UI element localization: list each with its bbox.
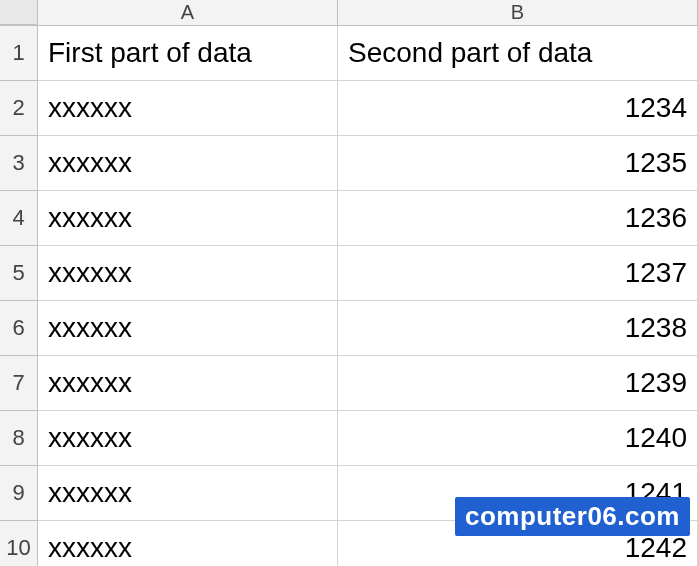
cell-a3[interactable]: xxxxxx bbox=[38, 136, 338, 191]
column-header-a[interactable]: A bbox=[38, 0, 338, 25]
cell-b6[interactable]: 1238 bbox=[338, 301, 698, 356]
column-header-b[interactable]: B bbox=[338, 0, 698, 25]
cell-a8[interactable]: xxxxxx bbox=[38, 411, 338, 466]
row-header[interactable]: 9 bbox=[0, 466, 38, 521]
cell-a1[interactable]: First part of data bbox=[38, 26, 338, 81]
row-header[interactable]: 6 bbox=[0, 301, 38, 356]
table-row: 2 xxxxxx 1234 bbox=[0, 81, 698, 136]
cell-b3[interactable]: 1235 bbox=[338, 136, 698, 191]
cell-b8[interactable]: 1240 bbox=[338, 411, 698, 466]
table-row: 8 xxxxxx 1240 bbox=[0, 411, 698, 466]
cell-b2[interactable]: 1234 bbox=[338, 81, 698, 136]
cell-a10[interactable]: xxxxxx bbox=[38, 521, 338, 566]
row-header[interactable]: 10 bbox=[0, 521, 38, 566]
row-header[interactable]: 4 bbox=[0, 191, 38, 246]
column-header-row: A B bbox=[0, 0, 698, 26]
select-all-corner[interactable] bbox=[0, 0, 38, 25]
table-row: 3 xxxxxx 1235 bbox=[0, 136, 698, 191]
table-row: 5 xxxxxx 1237 bbox=[0, 246, 698, 301]
row-header[interactable]: 2 bbox=[0, 81, 38, 136]
cell-b5[interactable]: 1237 bbox=[338, 246, 698, 301]
row-header[interactable]: 8 bbox=[0, 411, 38, 466]
cell-a5[interactable]: xxxxxx bbox=[38, 246, 338, 301]
table-row: 1 First part of data Second part of data bbox=[0, 26, 698, 81]
cell-a2[interactable]: xxxxxx bbox=[38, 81, 338, 136]
row-header[interactable]: 1 bbox=[0, 26, 38, 81]
cell-a9[interactable]: xxxxxx bbox=[38, 466, 338, 521]
table-row: 6 xxxxxx 1238 bbox=[0, 301, 698, 356]
row-header[interactable]: 7 bbox=[0, 356, 38, 411]
table-row: 7 xxxxxx 1239 bbox=[0, 356, 698, 411]
cell-a6[interactable]: xxxxxx bbox=[38, 301, 338, 356]
row-header[interactable]: 3 bbox=[0, 136, 38, 191]
cell-b4[interactable]: 1236 bbox=[338, 191, 698, 246]
watermark-badge: computer06.com bbox=[455, 497, 690, 536]
cell-b1[interactable]: Second part of data bbox=[338, 26, 698, 81]
spreadsheet-grid: A B 1 First part of data Second part of … bbox=[0, 0, 698, 566]
table-row: 4 xxxxxx 1236 bbox=[0, 191, 698, 246]
row-header[interactable]: 5 bbox=[0, 246, 38, 301]
cell-a4[interactable]: xxxxxx bbox=[38, 191, 338, 246]
cell-a7[interactable]: xxxxxx bbox=[38, 356, 338, 411]
cell-b7[interactable]: 1239 bbox=[338, 356, 698, 411]
